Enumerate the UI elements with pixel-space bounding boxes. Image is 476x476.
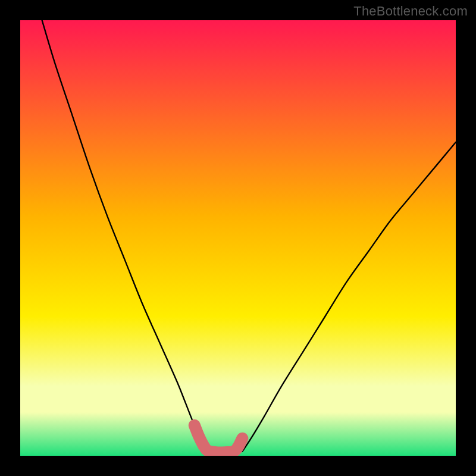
gradient-background bbox=[20, 20, 456, 456]
chart-plot-area bbox=[20, 20, 456, 456]
bottleneck-chart bbox=[20, 20, 456, 456]
watermark-text: TheBottleneck.com bbox=[353, 4, 468, 19]
